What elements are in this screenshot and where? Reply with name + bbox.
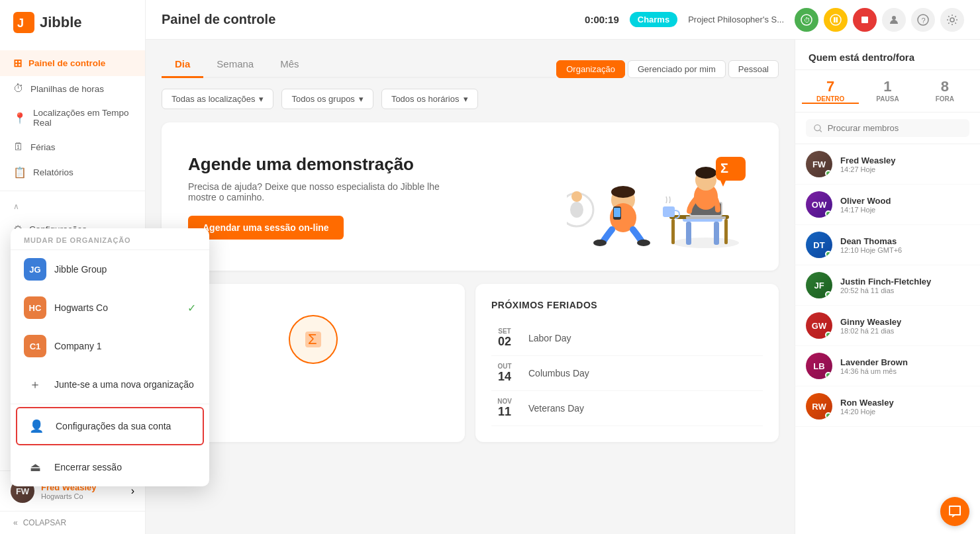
member-info-3: Justin Finch-Fletchley 20:52 há 11 dias: [840, 277, 969, 294]
svg-rect-33: [614, 208, 620, 217]
holidays-title: PRÓXIMOS FERIADOS: [491, 300, 763, 310]
filter-groups[interactable]: Todos os grupos ▾: [281, 89, 373, 109]
member-search-input[interactable]: [828, 123, 961, 133]
member-name-0: Fred Weasley: [840, 156, 969, 165]
svg-point-35: [637, 240, 650, 246]
member-name-2: Dean Thomas: [840, 236, 969, 246]
dropdown-header: MUDAR DE ORGANIZAÇÃO: [11, 228, 209, 250]
collapse-arrows-icon: «: [13, 518, 18, 527]
sidebar-item-label: Localizações em Tempo Real: [33, 108, 132, 128]
svg-rect-15: [714, 222, 719, 245]
stat-pausa[interactable]: 1 PAUSA: [859, 78, 916, 104]
selected-checkmark-icon: ✓: [187, 302, 196, 314]
sidebar-item-locations-realtime[interactable]: 📍 Localizações em Tempo Real: [0, 101, 145, 134]
member-info-6: Ron Weasley 14:20 Hoje: [840, 398, 969, 416]
svg-point-42: [814, 124, 820, 130]
tab-semana[interactable]: Semana: [203, 53, 267, 78]
pause-button[interactable]: [824, 8, 848, 32]
content-area: Dia Semana Mês Organização Gerenciado po…: [146, 40, 980, 534]
stat-label-dentro: DENTRO: [802, 95, 859, 104]
chevron-down-icon: ▾: [259, 94, 264, 104]
holiday-day-1: 02: [491, 335, 518, 349]
holiday-item-1: SET 02 Labor Day: [491, 321, 763, 356]
start-button[interactable]: ⏱: [795, 8, 818, 32]
sidebar-item-dashboard[interactable]: ⊞ Painel de controle: [0, 50, 145, 76]
online-indicator: [825, 251, 832, 257]
svg-rect-6: [836, 17, 838, 22]
filter-locations-label: Todas as localizações: [172, 94, 255, 104]
holiday-month-3: NOV: [491, 398, 518, 405]
nav-divider: [0, 191, 145, 191]
member-avatar-6: RW: [806, 393, 832, 420]
tab-mes[interactable]: Mês: [267, 53, 312, 78]
member-item-3: JF Justin Finch-Fletchley 20:52 há 11 di…: [795, 265, 980, 306]
member-item-0: FW Fred Weasley 14:27 Hoje: [795, 144, 980, 185]
filter-groups-label: Todos os grupos: [291, 94, 354, 104]
sidebar-item-vacations[interactable]: 🗓 Férias: [0, 134, 145, 159]
view-gerenciado[interactable]: Gerenciado por mim: [628, 60, 726, 78]
topbar: Painel de controle 0:00:19 Charms Projec…: [146, 0, 980, 40]
sidebar-item-label: Relatórios: [33, 167, 74, 177]
member-name-3: Justin Finch-Fletchley: [840, 277, 969, 287]
signout-icon: ⏏: [24, 456, 46, 478]
svg-rect-18: [724, 219, 728, 244]
signout-item[interactable]: ⏏ Encerrar sessão: [11, 448, 209, 486]
member-time-2: 12:10 Hoje GMT+6: [840, 246, 969, 254]
member-info-4: Ginny Weasley 18:02 há 21 dias: [840, 317, 969, 335]
tab-section: Dia Semana Mês Organização Gerenciado po…: [162, 53, 779, 78]
settings-button[interactable]: [940, 8, 964, 32]
account-settings-item[interactable]: 👤 Configurações da sua conta: [16, 407, 204, 445]
holiday-month-2: OUT: [491, 363, 518, 370]
chat-icon: [948, 504, 962, 519]
svg-point-12: [673, 238, 739, 248]
join-org-item[interactable]: ＋ Junte-se a uma nova organização: [11, 365, 209, 404]
sidebar-item-timesheets[interactable]: ⏱ Planilhas de horas: [0, 76, 145, 101]
org-item-jibble-group[interactable]: JG Jibble Group: [11, 250, 209, 289]
view-pessoal[interactable]: Pessoal: [728, 60, 779, 78]
org-avatar-jg: JG: [24, 258, 46, 281]
org-item-company1[interactable]: C1 Company 1: [11, 327, 209, 365]
stat-fora[interactable]: 8 FORA: [916, 78, 973, 104]
collapse-button[interactable]: « COLAPSAR: [0, 511, 145, 534]
holiday-date-1: SET 02: [491, 328, 518, 349]
user-button[interactable]: [882, 8, 906, 32]
online-indicator: [825, 210, 832, 217]
filter-schedules-label: Todos os horários: [391, 94, 460, 104]
sidebar-item-reports[interactable]: 📋 Relatórios: [0, 159, 145, 185]
view-organizacao[interactable]: Organização: [556, 60, 625, 78]
activity-icon: Σ: [287, 313, 340, 366]
logo-text: Jibble: [40, 14, 82, 31]
activity-badge[interactable]: Charms: [630, 12, 677, 27]
demo-schedule-button[interactable]: Agendar uma sessão on-line: [188, 216, 344, 240]
plus-icon: ＋: [24, 373, 46, 396]
svg-line-43: [820, 130, 822, 132]
online-indicator: [825, 291, 832, 298]
org-item-hogwarts[interactable]: HC Hogwarts Co ✓: [11, 289, 209, 327]
demo-text: Agende uma demonstração Precisa de ajuda…: [188, 154, 453, 240]
stat-dentro[interactable]: 7 DENTRO: [802, 78, 859, 104]
dropdown-divider: [11, 404, 209, 404]
svg-point-4: [830, 15, 841, 25]
main-area: Painel de controle 0:00:19 Charms Projec…: [146, 0, 980, 534]
stop-button[interactable]: [853, 8, 877, 32]
member-avatar-4: GW: [806, 312, 832, 339]
member-avatar-3: JF: [806, 272, 832, 298]
chevron-right-icon: ›: [131, 485, 134, 497]
org-avatar-c1: C1: [24, 335, 46, 357]
chat-button[interactable]: [940, 497, 969, 526]
tab-dia[interactable]: Dia: [162, 53, 203, 78]
member-info-2: Dean Thomas 12:10 Hoje GMT+6: [840, 236, 969, 254]
member-avatar-1: OW: [806, 191, 832, 218]
panel-search: [795, 112, 980, 144]
online-indicator: [825, 372, 832, 378]
filter-schedules[interactable]: Todos os horários ▾: [381, 89, 478, 109]
demo-banner: Agende uma demonstração Precisa de ajuda…: [162, 122, 779, 271]
sidebar: J Jibble ⊞ Painel de controle ⏱ Planilha…: [0, 0, 146, 534]
main-content: Dia Semana Mês Organização Gerenciado po…: [146, 40, 795, 534]
member-item-6: RW Ron Weasley 14:20 Hoje: [795, 386, 980, 427]
svg-rect-21: [686, 216, 726, 219]
holiday-name-3: Veterans Day: [528, 403, 584, 414]
help-button[interactable]: ?: [911, 8, 935, 32]
filter-locations[interactable]: Todas as localizações ▾: [162, 89, 273, 109]
view-toggle: Organização Gerenciado por mim Pessoal: [556, 60, 779, 78]
